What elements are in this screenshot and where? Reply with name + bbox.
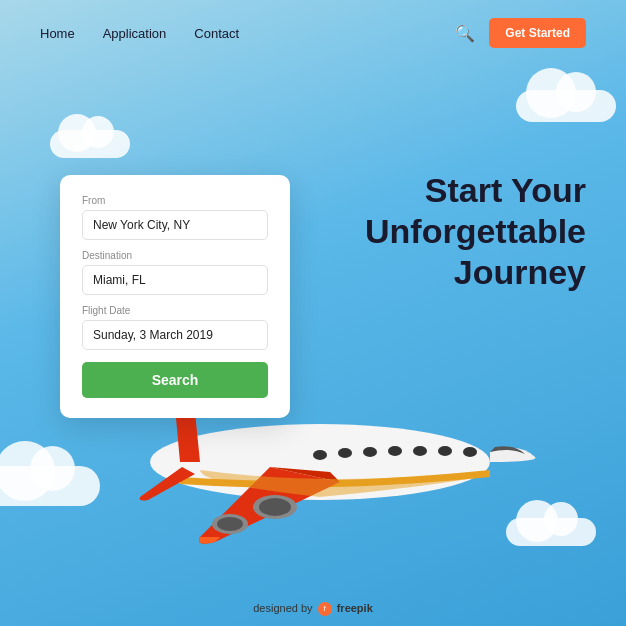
freepik-logo-icon: f [318,602,332,616]
cloud-2 [516,90,616,122]
nav-contact[interactable]: Contact [194,26,239,41]
navbar: Home Application Contact 🔍 Get Started [0,0,626,66]
footer: designed by f freepik [0,602,626,616]
hero-title: Start Your Unforgettable Journey [365,170,586,292]
footer-brand: freepik [337,602,373,614]
get-started-button[interactable]: Get Started [489,18,586,48]
hero-section: Start Your Unforgettable Journey [365,170,586,292]
destination-input[interactable] [82,265,268,295]
page-wrapper: Home Application Contact 🔍 Get Started S… [0,0,626,626]
from-input[interactable] [82,210,268,240]
nav-application[interactable]: Application [103,26,167,41]
nav-actions: 🔍 Get Started [455,18,586,48]
cloud-1 [0,466,100,506]
search-icon[interactable]: 🔍 [455,24,475,43]
search-button[interactable]: Search [82,362,268,398]
svg-point-4 [388,446,402,456]
date-input[interactable] [82,320,268,350]
cloud-3 [50,130,130,158]
svg-point-9 [259,498,291,516]
svg-point-2 [338,448,352,458]
svg-point-5 [413,446,427,456]
svg-point-6 [438,446,452,456]
nav-home[interactable]: Home [40,26,75,41]
search-card: From Destination Flight Date Search [60,175,290,418]
svg-point-7 [463,447,477,457]
svg-point-11 [217,517,243,531]
destination-label: Destination [82,250,268,261]
svg-point-3 [363,447,377,457]
from-label: From [82,195,268,206]
footer-text: designed by [253,602,312,614]
date-label: Flight Date [82,305,268,316]
svg-point-1 [313,450,327,460]
nav-links: Home Application Contact [40,26,239,41]
